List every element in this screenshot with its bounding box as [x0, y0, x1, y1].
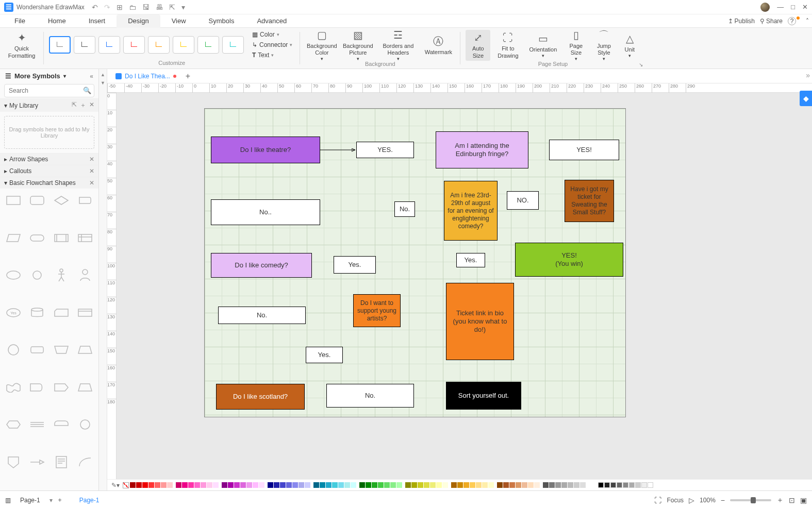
swatch[interactable]: [194, 482, 200, 488]
node-comedy[interactable]: Do I like comedy?: [211, 253, 312, 278]
node-no-scotland[interactable]: No.: [326, 384, 414, 408]
doc-tab-1[interactable]: Do I Like Thea...: [110, 70, 181, 82]
shape-data[interactable]: [3, 229, 24, 247]
node-edinburgh[interactable]: Am I attending the Edinburgh fringe?: [436, 131, 528, 168]
spinner-down[interactable]: ▼: [101, 80, 105, 86]
shape-lines[interactable]: [27, 416, 47, 433]
swatch[interactable]: [384, 482, 390, 488]
swatch[interactable]: [405, 482, 411, 488]
swatch-bw[interactable]: [598, 482, 604, 488]
swatch[interactable]: [424, 482, 429, 488]
swatch[interactable]: [396, 482, 402, 488]
shape-wave[interactable]: [3, 379, 24, 396]
node-sort-out[interactable]: Sort yourself out.: [446, 382, 521, 410]
node-ticket-q[interactable]: Have i got my ticket for Sweating the Sm…: [565, 180, 614, 222]
swatch[interactable]: [313, 482, 319, 488]
node-yes-free[interactable]: Yes.: [456, 253, 485, 267]
theme-tile-6[interactable]: [173, 36, 194, 54]
menu-view[interactable]: View: [160, 14, 197, 28]
swatch[interactable]: [338, 482, 344, 488]
swatch[interactable]: [390, 482, 396, 488]
shape-display[interactable]: [75, 192, 95, 209]
swatch[interactable]: [372, 482, 377, 488]
swatch-bw[interactable]: [641, 482, 647, 488]
close-section-icon[interactable]: ✕: [89, 101, 94, 110]
node-no-tiny[interactable]: No.: [394, 201, 415, 217]
shape-card[interactable]: [51, 304, 72, 321]
swatch[interactable]: [286, 482, 292, 488]
swatch[interactable]: [268, 482, 273, 488]
swatch[interactable]: [167, 482, 173, 488]
publish-button[interactable]: ↥ Publish: [728, 18, 755, 25]
theme-tile-5[interactable]: [148, 36, 170, 54]
swatch[interactable]: [240, 482, 246, 488]
save-button[interactable]: 🖫: [142, 3, 150, 11]
collapse-panel-icon[interactable]: «: [90, 73, 93, 80]
swatch[interactable]: [457, 482, 463, 488]
swatch[interactable]: [549, 482, 555, 488]
swatch-bw[interactable]: [610, 482, 616, 488]
swatch[interactable]: [418, 482, 423, 488]
redo-button[interactable]: ↷: [104, 3, 110, 11]
shape-yes[interactable]: Yes: [3, 304, 24, 321]
swatch[interactable]: [543, 482, 549, 488]
swatch[interactable]: [470, 482, 475, 488]
zoom-slider[interactable]: [730, 499, 771, 501]
page-link[interactable]: Page-1: [79, 497, 100, 504]
collapse-ribbon-button[interactable]: ˄: [806, 18, 809, 25]
unit-button[interactable]: △Unit▾: [619, 30, 640, 61]
menu-symbols[interactable]: Symbols: [197, 14, 246, 28]
swatch[interactable]: [516, 482, 521, 488]
swatch-bw[interactable]: [629, 482, 635, 488]
swatch[interactable]: [561, 482, 567, 488]
shape-frame[interactable]: [75, 304, 95, 321]
swatch[interactable]: [509, 482, 515, 488]
swatch-bw[interactable]: [604, 482, 610, 488]
eyedropper-icon[interactable]: ✎▾: [111, 482, 120, 489]
swatch[interactable]: [463, 482, 469, 488]
shape-person[interactable]: [51, 266, 72, 284]
swatch[interactable]: [222, 482, 227, 488]
swatch[interactable]: [326, 482, 332, 488]
section-my-library[interactable]: ▾My Library ⇱＋✕: [0, 98, 98, 112]
swatch[interactable]: [488, 482, 494, 488]
library-drop-area[interactable]: Drag symbols here to add to My Library: [4, 116, 94, 149]
swatch[interactable]: [155, 482, 160, 488]
swatch[interactable]: [136, 482, 142, 488]
node-theatre[interactable]: Do I like theatre?: [211, 137, 320, 163]
theme-tile-1[interactable]: [49, 36, 71, 54]
swatch[interactable]: [253, 482, 258, 488]
shape-decision[interactable]: [51, 192, 72, 209]
swatch[interactable]: [305, 482, 310, 488]
shape-hex[interactable]: [3, 416, 24, 433]
right-panel-toggle[interactable]: ◆: [800, 91, 812, 106]
swatch-bw[interactable]: [648, 482, 653, 488]
more-symbols-header[interactable]: ☰ More Symbols▾ «: [0, 69, 98, 83]
shape-user[interactable]: [75, 266, 95, 284]
swatch[interactable]: [188, 482, 194, 488]
fit-drawing-button[interactable]: ⛶Fit to Drawing: [493, 30, 522, 61]
swatch[interactable]: [555, 482, 561, 488]
search-icon[interactable]: 🔍: [83, 87, 91, 94]
focus-label[interactable]: Focus: [667, 497, 684, 504]
swatch[interactable]: [522, 482, 527, 488]
swatch-bw[interactable]: [623, 482, 628, 488]
shape-manual-op[interactable]: [51, 341, 72, 359]
page-name[interactable]: Page-1: [15, 496, 45, 505]
shape-delay[interactable]: [27, 379, 47, 396]
orientation-button[interactable]: ▭Orientation▾: [525, 30, 560, 61]
node-win[interactable]: YES! (You win): [515, 243, 623, 277]
page-setup-launcher[interactable]: ↘: [639, 62, 643, 67]
shape-predefined[interactable]: [51, 229, 72, 247]
minimize-button[interactable]: —: [777, 3, 784, 11]
shape-process[interactable]: [3, 192, 24, 209]
menu-file[interactable]: File: [3, 14, 37, 28]
avatar[interactable]: [760, 3, 770, 12]
node-yes2[interactable]: YES!: [549, 140, 619, 160]
node-ticket-link[interactable]: Ticket link in bio (you know what to do!…: [446, 283, 514, 360]
swatch[interactable]: [497, 482, 503, 488]
play-icon[interactable]: ▷: [689, 496, 694, 504]
swatch[interactable]: [280, 482, 286, 488]
no-color[interactable]: [123, 482, 129, 488]
color-dropdown[interactable]: ▦Color▾: [250, 30, 294, 39]
